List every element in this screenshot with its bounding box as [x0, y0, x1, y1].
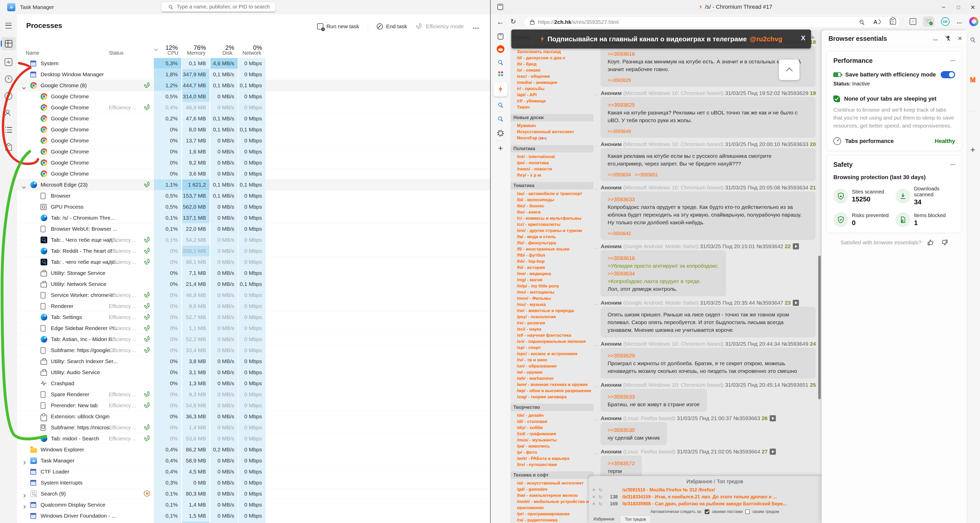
banner-close-button[interactable]: X	[801, 34, 805, 42]
board-link[interactable]: /hry/ - х р ю	[511, 172, 593, 178]
board-link[interactable]: /bo/ - книги	[511, 209, 593, 215]
board-link[interactable]: /diy/ - хобби	[511, 425, 593, 431]
column-header-name[interactable]: Name	[26, 50, 39, 56]
close-button[interactable]: ×	[967, 2, 978, 12]
process-row[interactable]: Prerender: New tabEfficiency ...0%54,8 M…	[17, 400, 490, 411]
board-link[interactable]: /biz/ - бизнес	[511, 203, 593, 209]
sidebar-search-icon-2[interactable]	[491, 102, 510, 108]
collections-icon[interactable]: ☆	[910, 18, 916, 25]
board-link[interactable]: /c/ - комиксы и мультфильмы	[511, 215, 593, 222]
column-header-disk[interactable]: Disk	[223, 50, 232, 56]
process-row[interactable]: Search (9)0,1%80,3 MB0 MB/s0 Mbps	[17, 488, 490, 499]
board-link[interactable]: /un/ - образование	[511, 363, 593, 369]
post-reply-link[interactable]: >>3593530	[608, 426, 660, 434]
url-text[interactable]: https://2ch.hk/s/res/3593527.html	[538, 19, 619, 25]
remove-favorite-icon[interactable]: ×	[592, 494, 599, 500]
process-row[interactable]: Crashpad0%1,3 MB0 MB/s0 Mbps	[17, 378, 490, 389]
post-menu-button[interactable]: …	[595, 92, 599, 96]
copilot-icon[interactable]	[969, 17, 978, 26]
board-link[interactable]: Мужикач	[511, 123, 593, 129]
essentials-more-button[interactable]: …	[933, 36, 939, 41]
process-row[interactable]: Qualcomm Display Service0,1%1,4 MB0 MB/s…	[17, 499, 490, 510]
board-link[interactable]: /soc/ - общение	[511, 73, 593, 79]
process-row[interactable]: RendererEfficiency ...0%9,6 MB0 MB/s0 Mb…	[17, 301, 490, 312]
board-link[interactable]: /pr/ - программирование	[511, 511, 593, 517]
process-row[interactable]: Subframe: https://google...Efficiency ..…	[17, 345, 490, 356]
sidebar-settings-gear-icon[interactable]	[491, 130, 510, 136]
follow-own-thread-checkbox[interactable]	[745, 509, 750, 514]
board-link[interactable]: /p/ - фото	[511, 449, 593, 455]
process-row[interactable]: Edge Sidebar Renderer Pr...Efficiency ..…	[17, 323, 490, 334]
process-row[interactable]: Browser WebUI: Browser ...0,1%22,0 MB0 M…	[17, 223, 490, 235]
follow-own-posts-checkbox[interactable]	[705, 509, 709, 514]
process-row[interactable]: Tab: SettingsEfficiency ...0%52,7 MB0 MB…	[17, 312, 490, 323]
reply-backlink[interactable]: >>3593634	[608, 172, 631, 178]
post-reply-link[interactable]: >>3593616	[608, 254, 719, 262]
process-row[interactable]: System interrupts0,3%0 MB0 MB/s0 Mbps	[17, 477, 490, 488]
profile-avatar[interactable]: DR	[941, 17, 950, 26]
process-row[interactable]: NMicrosoft OneNote0,1%189,3 MB0 MB/s0,1 …	[17, 521, 490, 523]
board-link[interactable]: /mov/ - Фильмы	[511, 295, 593, 301]
column-header-cpu[interactable]: CPU	[167, 50, 178, 56]
refresh-favorite-icon[interactable]: ↻	[599, 487, 606, 493]
post-reply-link[interactable]: >>3593629	[608, 352, 808, 360]
favorite-thread-link[interactable]: /s/3591510 - Mozilla Firefox № 312 /fire…	[622, 487, 715, 493]
essentials-close-button[interactable]: ×	[958, 34, 962, 43]
process-row[interactable]: Utility: Audio Service0%3,1 MB0 MB/s0 Mb…	[17, 367, 490, 378]
board-link[interactable]: /mu/ - музыка	[511, 301, 593, 308]
board-link[interactable]: /pa/ - живопись	[511, 443, 593, 449]
post-menu-button[interactable]: …	[595, 384, 599, 388]
reply-backlink[interactable]: >>3593651	[635, 172, 658, 178]
browser-menu-button[interactable]: …	[956, 18, 963, 25]
process-row[interactable]: Windows Explorer0,4%86,2 MB0,2 MB/s0 Mbp…	[17, 444, 490, 455]
board-link[interactable]: /mlp/ - my little pony	[511, 283, 593, 289]
sidebar-item-startup-apps[interactable]	[1, 89, 16, 103]
toolbar-more-button[interactable]: …	[473, 22, 480, 30]
board-link[interactable]: /api/ - API	[511, 92, 593, 98]
board-link[interactable]: /cc/ - криптовалюты	[511, 222, 593, 228]
process-row[interactable]: Google Chrome0%9,2 MB0 MB/s0 Mbps	[17, 157, 490, 168]
board-link[interactable]: /mg/ - магия	[511, 277, 593, 283]
banner-link[interactable]: @ru2chvg	[750, 35, 783, 43]
board-link[interactable]: /mobi/ - мобильные устройства и приложен…	[511, 499, 593, 511]
search-input[interactable]: Type a name, publisher, or PID to search	[161, 2, 275, 12]
board-link[interactable]: NeuroFap (18+)	[511, 135, 593, 141]
right-sidebar-site-icon[interactable]: M	[966, 76, 980, 82]
process-row[interactable]: Tab: . чего тебе еще надо...Efficiency .…	[17, 257, 490, 268]
sidebar-item-details[interactable]	[1, 123, 16, 136]
board-link[interactable]: /spc/ - космос и астрономия	[511, 351, 593, 357]
page-scrollbar-thumb[interactable]	[818, 255, 821, 399]
reply-backlink[interactable]: >>3593642	[608, 231, 631, 236]
sidebar-search-icon-3[interactable]	[491, 116, 510, 122]
board-link[interactable]: /ai/ - искусственный интеллект	[511, 480, 593, 486]
post-reply-link[interactable]: >>3593633	[608, 195, 808, 203]
board-link[interactable]: /trv/ - путешествия	[511, 462, 593, 468]
board-link[interactable]: /sci/ - наука	[511, 326, 593, 332]
extensions-icon[interactable]	[890, 19, 896, 25]
efficiency-mode-button[interactable]: Efficiency mode	[416, 23, 464, 30]
board-link[interactable]: Искусственный интеллект	[511, 129, 593, 135]
process-row[interactable]: Google Chrome0,2%47,6 MB0,1 MB/s0 Mbps	[17, 113, 490, 124]
post-reply-link[interactable]: >>3593572	[608, 460, 635, 467]
process-row[interactable]: Tab: midori - SearchEfficiency ...0%53,6…	[17, 433, 490, 444]
post-reply-link[interactable]: >>3593616	[608, 50, 808, 58]
process-row[interactable]: Utility: Network Service0%21,4 MB0 MB/s0…	[17, 279, 490, 290]
refresh-button[interactable]: ↻	[510, 17, 516, 26]
end-task-button[interactable]: End task	[377, 23, 407, 30]
board-link[interactable]: /fl/ - иностранные языки	[511, 246, 593, 252]
right-sidebar-add-button[interactable]: +	[966, 146, 980, 154]
board-link[interactable]: /ftb/ - футбол	[511, 252, 593, 258]
process-row[interactable]: Google Chrome0%13,7 MB0 MB/s0 Mbps	[17, 135, 490, 146]
column-header-status[interactable]: Status	[109, 50, 124, 56]
process-row[interactable]: Browser0,5%153,7 MB0,1 MB/s0 Mbps	[17, 190, 490, 201]
board-link[interactable]: /fiz/ - физкультура	[511, 240, 593, 246]
board-link[interactable]: /ne/ - животные и природа	[511, 308, 593, 314]
tab-stack-icon[interactable]	[498, 4, 503, 10]
board-link[interactable]: /wh/ - warhammer	[511, 376, 593, 382]
board-link[interactable]: /gd/ - gamedev	[511, 486, 593, 493]
board-link[interactable]: /au/ - автомобили и транспорт	[511, 191, 593, 197]
post-reply-link[interactable]: >>3593625	[608, 101, 808, 109]
board-link[interactable]: /em/ - другие страны и туризм	[511, 228, 593, 234]
post-menu-button[interactable]: …	[595, 342, 599, 347]
post-play-button[interactable]	[770, 415, 776, 422]
